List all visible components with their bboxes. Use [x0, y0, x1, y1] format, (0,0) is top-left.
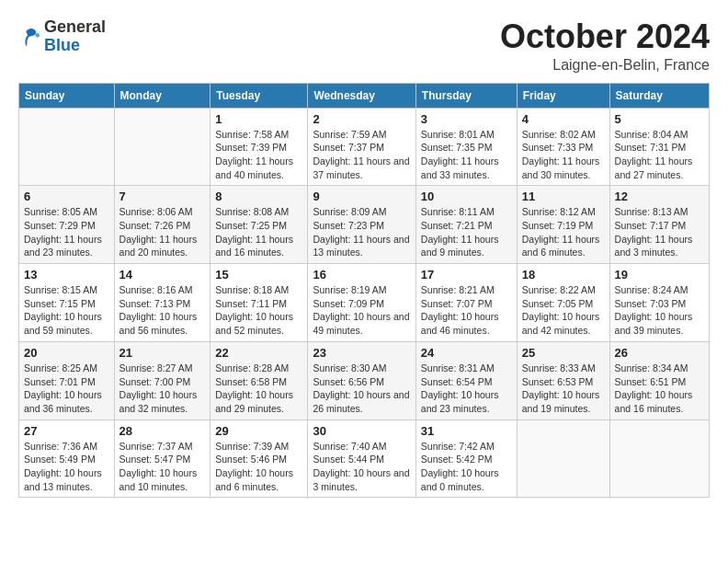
day-detail: Sunrise: 8:11 AM Sunset: 7:21 PM Dayligh… [421, 205, 512, 259]
header-saturday: Saturday [609, 83, 709, 108]
calendar-cell: 30Sunrise: 7:40 AM Sunset: 5:44 PM Dayli… [308, 419, 415, 498]
logo-bird-icon [18, 26, 40, 48]
calendar-week-row: 20Sunrise: 8:25 AM Sunset: 7:01 PM Dayli… [19, 341, 710, 419]
day-number: 13 [24, 268, 109, 282]
header-wednesday: Wednesday [308, 83, 415, 108]
day-number: 15 [215, 268, 302, 282]
calendar-cell: 28Sunrise: 7:37 AM Sunset: 5:47 PM Dayli… [114, 419, 210, 498]
calendar-cell: 17Sunrise: 8:21 AM Sunset: 7:07 PM Dayli… [415, 264, 517, 342]
day-number: 22 [215, 346, 302, 360]
day-number: 5 [615, 112, 704, 126]
day-number: 16 [313, 268, 410, 282]
calendar-cell: 26Sunrise: 8:34 AM Sunset: 6:51 PM Dayli… [609, 341, 709, 419]
day-detail: Sunrise: 8:24 AM Sunset: 7:03 PM Dayligh… [615, 283, 704, 338]
calendar-cell: 1Sunrise: 7:58 AM Sunset: 7:39 PM Daylig… [210, 108, 308, 186]
calendar-cell: 22Sunrise: 8:28 AM Sunset: 6:58 PM Dayli… [210, 341, 308, 419]
day-number: 4 [522, 112, 605, 126]
logo-general: General [44, 17, 106, 36]
day-number: 28 [119, 424, 206, 438]
day-number: 8 [215, 190, 302, 203]
location: Laigne-en-Belin, France [500, 57, 710, 74]
day-detail: Sunrise: 8:16 AM Sunset: 7:13 PM Dayligh… [119, 283, 206, 338]
calendar-cell: 11Sunrise: 8:12 AM Sunset: 7:19 PM Dayli… [517, 186, 609, 264]
calendar-cell: 7Sunrise: 8:06 AM Sunset: 7:26 PM Daylig… [114, 186, 210, 264]
title-block: October 2024 Laigne-en-Belin, France [500, 18, 710, 74]
day-number: 23 [313, 346, 410, 360]
calendar-week-row: 27Sunrise: 7:36 AM Sunset: 5:49 PM Dayli… [19, 419, 710, 498]
day-number: 7 [119, 190, 206, 203]
day-number: 1 [215, 112, 302, 126]
logo-blue: Blue [44, 36, 80, 54]
calendar-cell: 13Sunrise: 8:15 AM Sunset: 7:15 PM Dayli… [19, 264, 115, 342]
day-number: 27 [24, 424, 109, 438]
day-detail: Sunrise: 8:19 AM Sunset: 7:09 PM Dayligh… [313, 283, 410, 338]
calendar-week-row: 1Sunrise: 7:58 AM Sunset: 7:39 PM Daylig… [19, 108, 710, 186]
day-detail: Sunrise: 8:28 AM Sunset: 6:58 PM Dayligh… [215, 362, 302, 416]
header-sunday: Sunday [19, 83, 115, 108]
day-number: 30 [313, 424, 410, 438]
day-detail: Sunrise: 7:36 AM Sunset: 5:49 PM Dayligh… [24, 440, 109, 494]
day-number: 12 [615, 190, 704, 203]
calendar-cell: 10Sunrise: 8:11 AM Sunset: 7:21 PM Dayli… [415, 186, 517, 264]
day-detail: Sunrise: 8:05 AM Sunset: 7:29 PM Dayligh… [24, 205, 109, 259]
calendar-cell: 20Sunrise: 8:25 AM Sunset: 7:01 PM Dayli… [19, 341, 115, 419]
day-number: 10 [421, 190, 512, 203]
day-detail: Sunrise: 8:09 AM Sunset: 7:23 PM Dayligh… [313, 205, 410, 259]
calendar-cell: 4Sunrise: 8:02 AM Sunset: 7:33 PM Daylig… [517, 108, 609, 186]
calendar-cell: 27Sunrise: 7:36 AM Sunset: 5:49 PM Dayli… [19, 419, 115, 498]
logo-text: General Blue [44, 18, 106, 55]
day-number: 2 [313, 112, 410, 126]
day-number: 24 [421, 346, 512, 360]
day-detail: Sunrise: 8:08 AM Sunset: 7:25 PM Dayligh… [215, 205, 302, 259]
calendar-header-row: SundayMondayTuesdayWednesdayThursdayFrid… [19, 83, 710, 108]
day-detail: Sunrise: 8:01 AM Sunset: 7:35 PM Dayligh… [421, 128, 512, 182]
day-detail: Sunrise: 8:21 AM Sunset: 7:07 PM Dayligh… [421, 283, 512, 338]
day-detail: Sunrise: 7:58 AM Sunset: 7:39 PM Dayligh… [215, 128, 302, 182]
day-detail: Sunrise: 7:59 AM Sunset: 7:37 PM Dayligh… [313, 128, 410, 182]
day-number: 18 [522, 268, 605, 282]
day-detail: Sunrise: 8:33 AM Sunset: 6:53 PM Dayligh… [522, 362, 605, 416]
calendar-cell: 31Sunrise: 7:42 AM Sunset: 5:42 PM Dayli… [415, 419, 517, 498]
calendar-cell: 6Sunrise: 8:05 AM Sunset: 7:29 PM Daylig… [19, 186, 115, 264]
calendar-cell: 16Sunrise: 8:19 AM Sunset: 7:09 PM Dayli… [308, 264, 415, 342]
calendar-cell: 2Sunrise: 7:59 AM Sunset: 7:37 PM Daylig… [308, 108, 415, 186]
calendar-week-row: 13Sunrise: 8:15 AM Sunset: 7:15 PM Dayli… [19, 264, 710, 342]
day-detail: Sunrise: 7:39 AM Sunset: 5:46 PM Dayligh… [215, 440, 302, 494]
day-number: 31 [421, 424, 512, 438]
day-detail: Sunrise: 8:34 AM Sunset: 6:51 PM Dayligh… [615, 362, 704, 416]
header-tuesday: Tuesday [210, 83, 308, 108]
day-detail: Sunrise: 8:06 AM Sunset: 7:26 PM Dayligh… [119, 205, 206, 259]
day-detail: Sunrise: 8:25 AM Sunset: 7:01 PM Dayligh… [24, 362, 109, 416]
day-number: 6 [24, 190, 109, 203]
calendar-cell [517, 419, 609, 498]
calendar-cell: 23Sunrise: 8:30 AM Sunset: 6:56 PM Dayli… [308, 341, 415, 419]
calendar-cell [114, 108, 210, 186]
calendar-cell: 9Sunrise: 8:09 AM Sunset: 7:23 PM Daylig… [308, 186, 415, 264]
day-detail: Sunrise: 8:15 AM Sunset: 7:15 PM Dayligh… [24, 283, 109, 338]
calendar-cell: 5Sunrise: 8:04 AM Sunset: 7:31 PM Daylig… [609, 108, 709, 186]
calendar-cell: 19Sunrise: 8:24 AM Sunset: 7:03 PM Dayli… [609, 264, 709, 342]
calendar-cell [19, 108, 115, 186]
day-detail: Sunrise: 8:12 AM Sunset: 7:19 PM Dayligh… [522, 205, 605, 259]
day-detail: Sunrise: 8:27 AM Sunset: 7:00 PM Dayligh… [119, 362, 206, 416]
day-number: 3 [421, 112, 512, 126]
calendar-cell: 18Sunrise: 8:22 AM Sunset: 7:05 PM Dayli… [517, 264, 609, 342]
day-number: 26 [615, 346, 704, 360]
calendar-cell [609, 419, 709, 498]
calendar-week-row: 6Sunrise: 8:05 AM Sunset: 7:29 PM Daylig… [19, 186, 710, 264]
day-number: 14 [119, 268, 206, 282]
day-number: 25 [522, 346, 605, 360]
logo: General Blue [18, 18, 106, 55]
calendar-cell: 14Sunrise: 8:16 AM Sunset: 7:13 PM Dayli… [114, 264, 210, 342]
day-detail: Sunrise: 7:42 AM Sunset: 5:42 PM Dayligh… [421, 440, 512, 494]
day-number: 29 [215, 424, 302, 438]
day-detail: Sunrise: 8:30 AM Sunset: 6:56 PM Dayligh… [313, 362, 410, 416]
day-number: 20 [24, 346, 109, 360]
calendar-cell: 21Sunrise: 8:27 AM Sunset: 7:00 PM Dayli… [114, 341, 210, 419]
day-number: 11 [522, 190, 605, 203]
calendar-cell: 3Sunrise: 8:01 AM Sunset: 7:35 PM Daylig… [415, 108, 517, 186]
calendar-cell: 24Sunrise: 8:31 AM Sunset: 6:54 PM Dayli… [415, 341, 517, 419]
calendar-cell: 12Sunrise: 8:13 AM Sunset: 7:17 PM Dayli… [609, 186, 709, 264]
day-detail: Sunrise: 8:04 AM Sunset: 7:31 PM Dayligh… [615, 128, 704, 182]
calendar-table: SundayMondayTuesdayWednesdayThursdayFrid… [18, 83, 710, 499]
